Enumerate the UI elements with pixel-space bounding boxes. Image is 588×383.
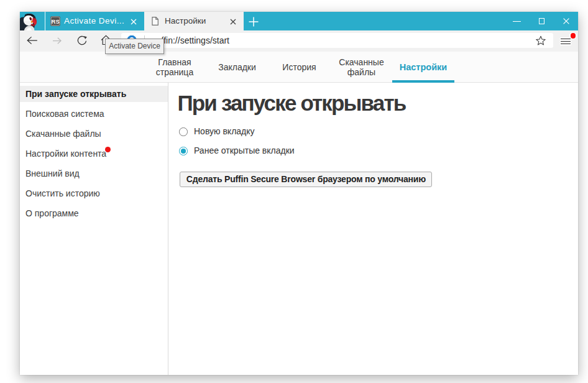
svg-text:RS: RS [52, 18, 60, 25]
